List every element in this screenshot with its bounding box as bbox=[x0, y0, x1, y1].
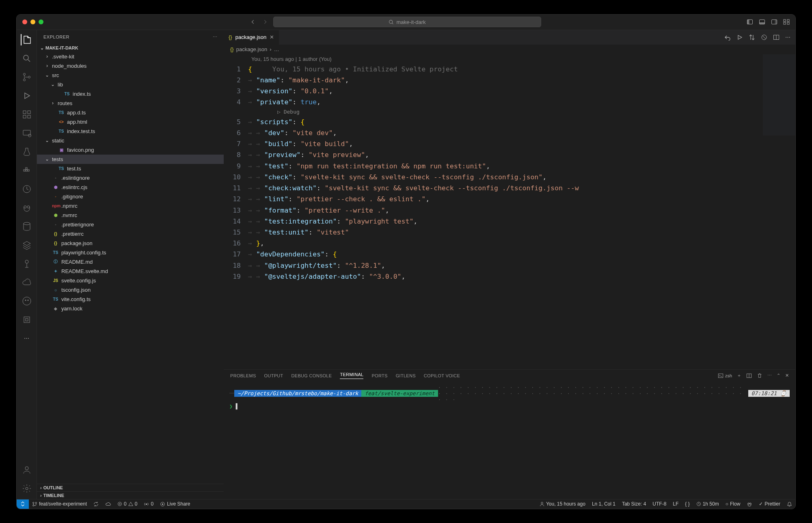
file-row[interactable]: ◦.eslintignore bbox=[37, 173, 224, 183]
customize-layout-icon[interactable] bbox=[783, 19, 790, 25]
remote-explorer-activity-icon[interactable] bbox=[21, 127, 32, 139]
status-flow[interactable]: ○ Flow bbox=[722, 501, 744, 507]
file-row[interactable]: {}.prettierrc bbox=[37, 229, 224, 239]
minimize-window-button[interactable] bbox=[30, 19, 35, 24]
close-panel-icon[interactable]: ✕ bbox=[785, 373, 789, 378]
status-problems[interactable]: 0 0 bbox=[114, 501, 140, 507]
toggle-panel-icon[interactable] bbox=[759, 19, 765, 25]
file-row[interactable]: TSvite.config.ts bbox=[37, 295, 224, 304]
file-row[interactable]: TSindex.ts bbox=[37, 89, 224, 99]
minimap[interactable] bbox=[763, 54, 795, 136]
status-sync[interactable] bbox=[90, 501, 102, 507]
breadcrumb[interactable]: {} package.json › … bbox=[224, 45, 795, 54]
terminal[interactable]: ~/Projects/Github/mrstebo/make-it-dark f… bbox=[224, 382, 795, 499]
go-back-icon[interactable] bbox=[724, 34, 731, 41]
accounts-icon[interactable] bbox=[21, 464, 32, 476]
code-line[interactable]: 17→ "devDependencies": { bbox=[228, 249, 795, 260]
settings-gear-icon[interactable] bbox=[21, 483, 32, 494]
status-cloud[interactable] bbox=[102, 501, 114, 507]
code-line[interactable]: 15→ → "test:unit": "vitest" bbox=[228, 227, 795, 238]
code-line[interactable]: 19→ → "@sveltejs/adapter-auto": "^3.0.0"… bbox=[228, 271, 795, 282]
panel-more-icon[interactable]: ⋯ bbox=[767, 373, 772, 378]
editor-content[interactable]: 1{ You, 15 hours ago • Initialized Svelt… bbox=[224, 64, 795, 282]
compare-icon[interactable] bbox=[749, 34, 755, 41]
split-editor-icon[interactable] bbox=[773, 34, 780, 41]
explorer-root-header[interactable]: ⌄ MAKE-IT-DARK bbox=[37, 44, 224, 52]
debug-codelens[interactable]: ▷ Debug bbox=[228, 108, 795, 116]
tab-package-json[interactable]: {} package.json ✕ bbox=[224, 30, 279, 45]
file-row[interactable]: {}package.json bbox=[37, 239, 224, 248]
status-notifications[interactable] bbox=[784, 501, 795, 507]
run-icon[interactable] bbox=[736, 34, 743, 41]
status-time-tracked[interactable]: 1h 50m bbox=[693, 501, 722, 507]
code-line[interactable]: 13→ → "format": "prettier --write .", bbox=[228, 205, 795, 216]
code-line[interactable]: 10→ → "check": "svelte-kit sync && svelt… bbox=[228, 172, 795, 183]
overflow-activity-icon[interactable]: ⋯ bbox=[21, 333, 32, 344]
panel-tab-debug-console[interactable]: DEBUG CONSOLE bbox=[292, 373, 332, 378]
tab-close-icon[interactable]: ✕ bbox=[270, 34, 274, 40]
status-language[interactable]: { } bbox=[682, 501, 693, 507]
file-row[interactable]: ⬢.nvmrc bbox=[37, 211, 224, 220]
folder-row[interactable]: ›routes bbox=[37, 99, 224, 108]
timeline-activity-icon[interactable] bbox=[21, 183, 32, 195]
file-row[interactable]: ▣favicon.png bbox=[37, 145, 224, 155]
editor-more-icon[interactable]: ⋯ bbox=[785, 34, 790, 40]
split-terminal-icon[interactable] bbox=[746, 373, 752, 379]
panel-tab-problems[interactable]: PROBLEMS bbox=[230, 373, 256, 378]
file-row[interactable]: ⬢.eslintrc.cjs bbox=[37, 183, 224, 192]
panel-tab-copilot-voice[interactable]: COPILOT VOICE bbox=[424, 373, 460, 378]
code-line[interactable]: 18→ → "@playwright/test": "^1.28.1", bbox=[228, 260, 795, 271]
file-row[interactable]: JSsvelte.config.js bbox=[37, 276, 224, 285]
folder-row[interactable]: ⌄lib bbox=[37, 80, 224, 89]
code-line[interactable]: 8→ → "preview": "vite preview", bbox=[228, 149, 795, 160]
code-line[interactable]: 4→ "private": true, bbox=[228, 97, 795, 108]
panel-tab-ports[interactable]: PORTS bbox=[371, 373, 387, 378]
code-line[interactable]: 7→ → "build": "vite build", bbox=[228, 138, 795, 149]
prompt-input-line[interactable]: ❯ bbox=[229, 403, 790, 409]
cloud-activity-icon[interactable] bbox=[21, 277, 32, 288]
explorer-activity-icon[interactable] bbox=[21, 34, 32, 45]
docker-activity-icon[interactable] bbox=[21, 165, 32, 176]
bookmarks-activity-icon[interactable] bbox=[21, 314, 32, 325]
codelens-authors[interactable]: You, 15 hours ago | 1 author (You) bbox=[224, 54, 795, 64]
file-row[interactable]: ✦README.svelte.md bbox=[37, 267, 224, 276]
panel-tab-output[interactable]: OUTPUT bbox=[264, 373, 283, 378]
status-blame[interactable]: You, 15 hours ago bbox=[536, 501, 589, 507]
debug-activity-icon[interactable] bbox=[21, 90, 32, 101]
file-row[interactable]: TSapp.d.ts bbox=[37, 108, 224, 117]
code-line[interactable]: 1{ You, 15 hours ago • Initialized Svelt… bbox=[228, 64, 795, 75]
folder-row[interactable]: ⌄tests bbox=[37, 155, 224, 164]
maximize-panel-icon[interactable]: ⌃ bbox=[777, 373, 780, 378]
code-line[interactable]: 14→ → "test:integration": "playwright te… bbox=[228, 216, 795, 227]
scm-activity-icon[interactable] bbox=[21, 71, 32, 83]
editor-scroll[interactable]: You, 15 hours ago | 1 author (You) 1{ Yo… bbox=[224, 54, 795, 369]
search-activity-icon[interactable] bbox=[21, 53, 32, 64]
close-window-button[interactable] bbox=[22, 19, 27, 24]
layers-activity-icon[interactable] bbox=[21, 239, 32, 251]
status-live-share[interactable]: Live Share bbox=[157, 501, 193, 507]
status-ports[interactable]: 0 bbox=[140, 501, 157, 507]
toggle-primary-sidebar-icon[interactable] bbox=[747, 19, 753, 25]
code-line[interactable]: 12→ → "lint": "prettier --check . && esl… bbox=[228, 194, 795, 204]
timeline-section-header[interactable]: › TIMELINE bbox=[37, 491, 224, 499]
status-branch[interactable]: feat/svelte-experiment bbox=[29, 501, 90, 507]
terminal-shell-indicator[interactable]: zsh bbox=[718, 373, 732, 379]
nav-forward-button[interactable] bbox=[261, 18, 269, 26]
code-line[interactable]: 6→ → "dev": "vite dev", bbox=[228, 127, 795, 138]
status-encoding[interactable]: UTF-8 bbox=[649, 501, 669, 507]
panel-tab-terminal[interactable]: TERMINAL bbox=[340, 372, 363, 379]
folder-row[interactable]: ›.svelte-kit bbox=[37, 52, 224, 61]
file-row[interactable]: ◆yarn.lock bbox=[37, 304, 224, 313]
copilot-activity-icon[interactable] bbox=[21, 202, 32, 213]
new-terminal-icon[interactable]: ＋ bbox=[737, 372, 741, 379]
file-row[interactable]: ⓘREADME.md bbox=[37, 257, 224, 267]
code-line[interactable]: 5→ "scripts": { bbox=[228, 116, 795, 127]
code-line[interactable]: 3→ "version": "0.0.1", bbox=[228, 86, 795, 97]
status-cursor-position[interactable]: Ln 1, Col 1 bbox=[589, 501, 619, 507]
toggle-secondary-sidebar-icon[interactable] bbox=[771, 19, 777, 25]
nav-back-button[interactable] bbox=[249, 18, 257, 26]
file-row[interactable]: ◦.gitignore bbox=[37, 192, 224, 201]
test-activity-icon[interactable] bbox=[21, 146, 32, 157]
code-line[interactable]: 2→ "name": "make-it-dark", bbox=[228, 75, 795, 86]
folder-row[interactable]: ›node_modules bbox=[37, 61, 224, 71]
